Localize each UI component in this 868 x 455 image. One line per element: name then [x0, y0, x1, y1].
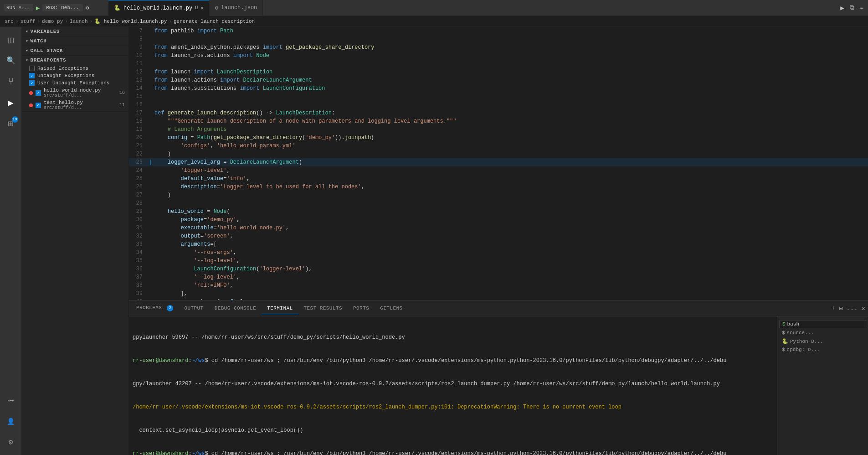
- hello-world-node-path: src/stuff/d...: [44, 93, 117, 98]
- breakpoint-raised[interactable]: Raised Exceptions: [22, 65, 128, 72]
- source-terminal-tab[interactable]: $ source...: [779, 329, 866, 336]
- ports-label: PORTS: [353, 305, 369, 311]
- split-editor-button[interactable]: ⧉: [849, 3, 855, 12]
- activity-accounts[interactable]: 👤: [2, 412, 20, 430]
- test-hello-checkbox[interactable]: ✓: [36, 103, 41, 108]
- activity-source-control[interactable]: ⑂: [2, 72, 20, 91]
- terminal-line-5: rr-user@dawnshard:~/ws$ cd /home/rr-user…: [133, 450, 773, 455]
- code-line-11: 11: [129, 60, 868, 68]
- call-stack-header[interactable]: ▾ CALL STACK: [22, 46, 128, 55]
- activity-explorer[interactable]: ◫: [2, 31, 20, 49]
- panel-tab-ports[interactable]: PORTS: [348, 303, 375, 314]
- code-line-25: 25 default_value='info',: [129, 175, 868, 183]
- activity-settings[interactable]: ⚙: [2, 433, 20, 451]
- line-indicator-23: |: [148, 158, 153, 166]
- debug-settings-button[interactable]: ⚙: [86, 5, 89, 11]
- tab-launch-py-icon: 🐍: [114, 5, 121, 11]
- call-stack-chevron: ▾: [26, 48, 29, 53]
- activity-remote[interactable]: ⊶: [2, 391, 20, 409]
- tab-launch-py[interactable]: 🐍 hello_world.launch.py U ✕: [108, 0, 210, 16]
- bash-label: bash: [787, 321, 799, 327]
- code-line-30: 30 package='demo_py',: [129, 216, 868, 224]
- panel-tab-test-results[interactable]: TEST RESULTS: [298, 303, 348, 314]
- panel-tab-problems[interactable]: PROBLEMS 2: [131, 302, 179, 314]
- breadcrumb-src[interactable]: src: [5, 19, 14, 24]
- watch-chevron: ▾: [26, 38, 29, 44]
- bash-icon: $: [782, 321, 786, 327]
- code-line-22: 22 ): [129, 150, 868, 158]
- python-label: Python D...: [790, 339, 823, 344]
- terminal-label: TERMINAL: [267, 305, 293, 311]
- run-button[interactable]: ▶: [839, 3, 845, 13]
- panel-add-button[interactable]: +: [831, 304, 836, 313]
- code-line-38: 38 'rcl:=INFO',: [129, 281, 868, 290]
- bp-dot-hello: [29, 91, 33, 95]
- breakpoint-hello-world-node[interactable]: ✓ hello_world_node.py src/stuff/d... 16: [22, 87, 128, 99]
- activity-search[interactable]: 🔍: [2, 52, 20, 70]
- problems-label: PROBLEMS: [136, 305, 162, 310]
- breadcrumb-file[interactable]: 🐍 hello_world.launch.py: [94, 18, 167, 24]
- watch-header[interactable]: ▾ WATCH: [22, 36, 128, 46]
- code-line-36: 36 LaunchConfiguration('logger-level'),: [129, 265, 868, 273]
- tab-close-button[interactable]: ✕: [200, 5, 204, 11]
- variables-label: VARIABLES: [31, 29, 60, 34]
- problems-badge: 2: [167, 305, 173, 311]
- debug-config-selector[interactable]: ROS: Deb...: [42, 4, 83, 11]
- code-line-23: 23 | logger_level_arg = DeclareLaunchArg…: [129, 158, 868, 166]
- breakpoint-uncaught[interactable]: ✓ Uncaught Exceptions: [22, 72, 128, 79]
- raised-checkbox[interactable]: [29, 66, 35, 71]
- terminal-right-panel: $ bash $ source... 🐍 Python D... $: [777, 316, 868, 455]
- panel-close-button[interactable]: ✕: [861, 304, 866, 313]
- terminal-line-3: /home/rr-user/.vscode/extensions/ms-iot.…: [133, 403, 773, 411]
- activity-run-debug[interactable]: ▶: [2, 93, 20, 112]
- code-line-31: 31 executable='hello_world_node.py',: [129, 224, 868, 232]
- uncaught-checkbox[interactable]: ✓: [29, 73, 35, 78]
- user-uncaught-label: User Uncaught Exceptions: [37, 80, 109, 86]
- tab-modified-indicator: U: [195, 5, 198, 10]
- breakpoint-test-hello[interactable]: ✓ test_hello.py src/stuff/d... 11: [22, 99, 128, 111]
- hello-world-checkbox[interactable]: ✓: [36, 90, 41, 96]
- main-area: ◫ 🔍 ⑂ ▶ ⊞ 19 ⊶ 👤 ⚙ ▾ VARIABLES ▾ WATCH: [0, 27, 868, 455]
- watch-section: ▾ WATCH: [22, 36, 128, 46]
- panel-tab-debug-console[interactable]: DEBUG CONSOLE: [209, 303, 262, 314]
- more-actions-button[interactable]: ⋯: [859, 3, 864, 13]
- python-terminal-tab[interactable]: 🐍 Python D...: [779, 337, 866, 345]
- panel-more-button[interactable]: ...: [845, 304, 858, 313]
- panel-tab-gitlens[interactable]: GITLENS: [375, 303, 408, 314]
- user-uncaught-checkbox[interactable]: ✓: [29, 80, 35, 86]
- tab-launch-json[interactable]: ⚙ launch.json: [210, 0, 263, 16]
- breadcrumb-function[interactable]: generate_launch_description: [174, 19, 255, 24]
- cpdb-label: cpdbg: D...: [787, 347, 820, 352]
- activity-extensions[interactable]: ⊞ 19: [2, 114, 20, 133]
- panel-toolbar: + ⊟ ... ✕: [831, 304, 867, 313]
- terminal-content[interactable]: gpylauncher 59697 -- /home/rr-user/ws/sr…: [129, 316, 777, 455]
- panel-split-button[interactable]: ⊟: [838, 304, 843, 313]
- panel-tab-terminal[interactable]: TERMINAL: [262, 303, 298, 314]
- breadcrumb-stuff[interactable]: stuff: [20, 19, 35, 24]
- code-line-14: 14 from launch.substitutions import Laun…: [129, 84, 868, 93]
- code-line-8: 8: [129, 35, 868, 43]
- code-line-40: 40 parameters=[config],: [129, 298, 868, 300]
- uncaught-label: Uncaught Exceptions: [37, 73, 94, 78]
- code-line-34: 34 '--ros-args',: [129, 248, 868, 257]
- breakpoint-user-uncaught[interactable]: ✓ User Uncaught Exceptions: [22, 79, 128, 87]
- output-label: OUTPUT: [184, 305, 203, 311]
- code-line-15: 15: [129, 93, 868, 101]
- breadcrumb-demo-py[interactable]: demo_py: [42, 19, 63, 24]
- breakpoints-header[interactable]: ▾ BREAKPOINTS: [22, 56, 128, 65]
- breadcrumb-launch[interactable]: launch: [70, 19, 88, 24]
- top-bar: RUN A... ▶ ROS: Deb... ⚙ 🐍 hello_world.l…: [0, 0, 868, 16]
- cpdb-terminal-tab[interactable]: $ cpdbg: D...: [779, 346, 866, 353]
- breakpoints-section: ▾ BREAKPOINTS Raised Exceptions ✓ Uncaug…: [22, 56, 128, 112]
- breadcrumb: src › stuff › demo_py › launch › 🐍 hello…: [0, 16, 868, 27]
- bash-terminal-tab[interactable]: $ bash: [779, 320, 866, 328]
- code-editor[interactable]: 7 from pathlib import Path 8 9 from amen…: [129, 27, 868, 300]
- variables-header[interactable]: ▾ VARIABLES: [22, 27, 128, 36]
- test-hello-line: 11: [119, 103, 125, 108]
- terminal-line-4: context.set_asyncio_loop(asyncio.get_eve…: [133, 427, 773, 434]
- code-line-19: 19 # Launch Arguments: [129, 125, 868, 134]
- code-line-12: 12 from launch import LaunchDescription: [129, 68, 868, 76]
- terminal-output: gpylauncher 59697 -- /home/rr-user/ws/sr…: [133, 318, 773, 455]
- debug-play-button[interactable]: ▶: [36, 4, 40, 12]
- panel-tab-output[interactable]: OUTPUT: [179, 303, 209, 314]
